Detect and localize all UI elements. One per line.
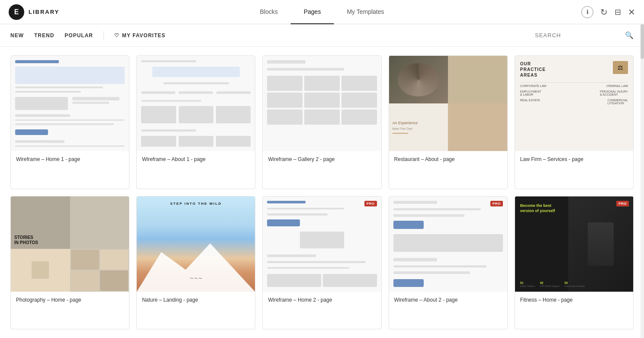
filter-trend[interactable]: TREND [34, 31, 54, 40]
card-label: Photography – Home - page [11, 292, 129, 308]
tab-my-templates[interactable]: My Templates [334, 0, 397, 24]
card-wireframe-home[interactable]: Wireframe – Home 1 - page [10, 55, 129, 189]
card-mountain[interactable]: STEP INTO THE WILD 〜 〜 〜 Nature – Landin… [136, 196, 255, 330]
card-wireframe-gallery[interactable]: Wireframe – Gallery 2 - page [262, 55, 381, 189]
card-wireframe-about2[interactable]: PRO Wireframe – About 2 - page [389, 196, 508, 330]
filter-popular[interactable]: POPULAR [64, 31, 93, 40]
info-icon[interactable]: ℹ [581, 6, 593, 18]
scrollbar-thumb[interactable] [641, 24, 644, 59]
card-wireframe-about[interactable]: Wireframe – About 1 - page [136, 55, 255, 189]
card-photography[interactable]: STORIESIN PHOTOS Photography – Home - pa… [10, 196, 129, 330]
favorites-button[interactable]: ♡ MY FAVORITES [114, 32, 165, 39]
filter-new[interactable]: NEW [10, 31, 24, 40]
header-actions: ℹ ↻ ⊟ ✕ [581, 6, 635, 18]
card-label: Restaurant – About - page [389, 151, 507, 167]
logo-text: LIBRARY [29, 9, 59, 15]
card-label: Wireframe – Home 2 - page [263, 292, 381, 308]
toolbar-divider [103, 31, 104, 40]
card-label: Wireframe – About 2 - page [389, 292, 507, 308]
card-wireframe-home2[interactable]: PRO Wireframe – Home 2 - page [262, 196, 381, 330]
search-area: 🔍 [535, 31, 634, 39]
card-fitness[interactable]: PRO Become the bestversion of yourself 0… [515, 196, 634, 330]
header: E LIBRARY Blocks Pages My Templates ℹ ↻ … [0, 0, 644, 24]
tab-blocks[interactable]: Blocks [247, 0, 290, 24]
scrollbar-track [641, 24, 644, 338]
search-icon[interactable]: 🔍 [625, 31, 634, 39]
card-label: Wireframe – Gallery 2 - page [263, 151, 381, 167]
toolbar: NEW TREND POPULAR ♡ MY FAVORITES 🔍 [0, 24, 644, 47]
card-label: Wireframe – About 1 - page [137, 151, 255, 167]
heart-icon: ♡ [114, 32, 119, 39]
search-input[interactable] [535, 32, 621, 39]
refresh-icon[interactable]: ↻ [600, 7, 608, 17]
template-grid: Wireframe – Home 1 - page [0, 47, 644, 338]
logo-area: E LIBRARY [9, 4, 78, 20]
tab-pages[interactable]: Pages [291, 0, 334, 24]
save-icon[interactable]: ⊟ [615, 7, 621, 17]
svg-marker-0 [137, 243, 255, 292]
card-law-firm[interactable]: OURPRACTICEAREAS ⚖ CORPORATE LAW CRIMINA… [515, 55, 634, 189]
card-restaurant[interactable]: An Experience Meet The Chef Restaurant –… [389, 55, 508, 189]
card-label: Law Firm – Services - page [515, 151, 633, 167]
card-label: Nature – Landing - page [137, 292, 255, 308]
nav-tabs: Blocks Pages My Templates [247, 0, 397, 24]
card-label: Fitness – Home - page [515, 292, 633, 308]
close-icon[interactable]: ✕ [628, 7, 635, 17]
card-label: Wireframe – Home 1 - page [11, 151, 129, 167]
logo-icon: E [9, 4, 24, 20]
